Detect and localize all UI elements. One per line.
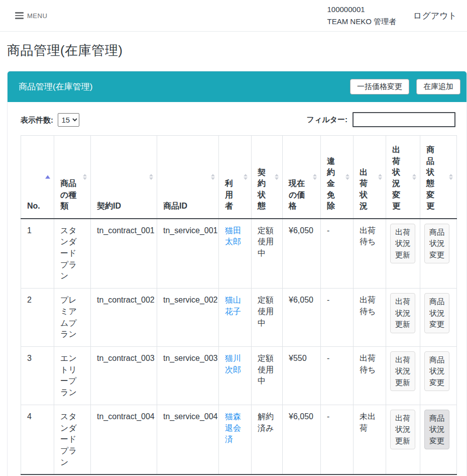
cell-product-id: tn_service_002 (157, 289, 219, 347)
cell-price: ¥6,050 (283, 405, 321, 474)
page-size-select[interactable]: 15 (58, 113, 79, 127)
add-stock-button[interactable]: 在庫追加 (416, 79, 460, 94)
cell-contract-id: tn_contract_001 (91, 219, 157, 289)
column-header-product-id[interactable]: 商品ID (157, 136, 219, 219)
navbar-right: 100000001 TEAM NEKO 管理者 ログアウト (327, 4, 462, 28)
sort-icon (345, 174, 349, 180)
product-status-change-button[interactable]: 商品状況変更 (424, 410, 449, 450)
sort-ascending-icon (45, 175, 50, 178)
cell-price: ¥550 (283, 346, 321, 405)
cell-penalty-waiver: - (321, 289, 354, 347)
cell-product-id: tn_service_001 (157, 219, 219, 289)
cell-user: 猫山花子 (219, 289, 252, 347)
cell-contract-status: 定額使用中 (252, 289, 283, 347)
table-header-row: No. 商品の種類 契約ID 商品ID (21, 136, 457, 219)
cell-no: 2 (21, 289, 54, 347)
filter-input[interactable] (353, 112, 455, 127)
top-navbar: MENU 100000001 TEAM NEKO 管理者 ログアウト (0, 0, 467, 32)
column-header-shipping-status[interactable]: 出荷状況 (354, 136, 386, 219)
user-id: 100000001 (327, 4, 396, 16)
sort-icon (83, 174, 87, 180)
panel-body: 表示件数: 15 フィルター: No. (8, 102, 466, 476)
hamburger-icon (15, 12, 24, 19)
cell-contract-id: tn_contract_004 (91, 405, 157, 474)
cell-shipping-action: 出荷状況更新 (386, 219, 420, 289)
cell-contract-status: 定額使用中 (252, 219, 283, 289)
product-status-change-button[interactable]: 商品状況変更 (424, 351, 449, 392)
shipping-status-update-button[interactable]: 出荷状況更新 (390, 293, 415, 333)
page-title: 商品管理(在庫管理) (7, 42, 467, 59)
cell-user: 猫森退会済 (219, 405, 252, 474)
sort-icon (412, 174, 416, 180)
cell-shipping-action: 出荷状況更新 (386, 289, 420, 347)
column-header-product-type[interactable]: 商品の種類 (54, 136, 91, 219)
cell-contract-status: 解約済み (252, 405, 283, 474)
cell-price: ¥6,050 (283, 219, 321, 289)
cell-shipping-action: 出荷状況更新 (386, 346, 420, 405)
cell-product-action: 商品状況変更 (420, 405, 457, 474)
column-header-contract-id[interactable]: 契約ID (91, 136, 157, 219)
panel-title: 商品管理(在庫管理) (19, 81, 92, 92)
sort-icon (313, 174, 317, 180)
cell-product-action: 商品状況変更 (420, 346, 457, 405)
bulk-price-change-button[interactable]: 一括価格変更 (350, 79, 409, 94)
cell-contract-id: tn_contract_003 (91, 346, 157, 405)
sort-icon (378, 174, 382, 180)
cell-product-action: 商品状況変更 (420, 219, 457, 289)
cell-no: 3 (21, 346, 54, 405)
shipping-status-update-button[interactable]: 出荷状況更新 (390, 410, 415, 450)
cell-shipping-status: 出荷待ち (354, 219, 386, 289)
menu-toggle-button[interactable]: MENU (15, 12, 47, 20)
cell-contract-id: tn_contract_002 (91, 289, 157, 347)
cell-plan: エントリープラン (54, 346, 91, 405)
sort-icon (449, 174, 453, 180)
cell-product-id: tn_service_003 (157, 346, 219, 405)
filter-label: フィルター: (307, 115, 347, 125)
product-table: No. 商品の種類 契約ID 商品ID (21, 135, 457, 475)
cell-price: ¥6,050 (283, 289, 321, 347)
product-status-change-button[interactable]: 商品状況変更 (424, 224, 449, 264)
user-info: 100000001 TEAM NEKO 管理者 (327, 4, 396, 28)
table-row: 4 スタンダードプラン tn_contract_004 tn_service_0… (21, 405, 457, 474)
column-header-no[interactable]: No. (21, 136, 54, 219)
shipping-status-update-button[interactable]: 出荷状況更新 (390, 224, 415, 264)
product-management-panel: 商品管理(在庫管理) 一括価格変更 在庫追加 表示件数: 15 フィルター: (7, 71, 467, 476)
cell-user: 猫川次郎 (219, 346, 252, 405)
product-status-change-button[interactable]: 商品状況変更 (424, 293, 449, 333)
cell-product-id: tn_service_004 (157, 405, 219, 474)
cell-no: 4 (21, 405, 54, 474)
panel-header: 商品管理(在庫管理) 一括価格変更 在庫追加 (8, 71, 466, 102)
table-row: 1 スタンダードプラン tn_contract_001 tn_service_0… (21, 219, 457, 289)
column-header-contract-status[interactable]: 契約状態 (252, 136, 283, 219)
column-header-penalty-waiver[interactable]: 違約金免除 (321, 136, 354, 219)
cell-penalty-waiver: - (321, 219, 354, 289)
page-size-label: 表示件数: (21, 116, 53, 124)
user-link[interactable]: 猫山花子 (225, 296, 241, 316)
column-header-product-state-change[interactable]: 商品状態変更 (420, 136, 457, 219)
sort-icon (275, 174, 279, 180)
logout-button[interactable]: ログアウト (408, 7, 462, 25)
cell-penalty-waiver: - (321, 346, 354, 405)
page-size-control: 表示件数: 15 (21, 113, 79, 127)
sort-icon (211, 174, 215, 180)
cell-penalty-waiver: - (321, 405, 354, 474)
cell-shipping-action: 出荷状況更新 (386, 405, 420, 474)
cell-plan: スタンダードプラン (54, 219, 91, 289)
column-header-shipping-change[interactable]: 出荷状況変更 (386, 136, 420, 219)
cell-contract-status: 定額使用中 (252, 346, 283, 405)
user-link[interactable]: 猫川次郎 (225, 354, 241, 374)
menu-label: MENU (27, 12, 47, 20)
shipping-status-update-button[interactable]: 出荷状況更新 (390, 351, 415, 392)
filter-control: フィルター: (307, 112, 455, 127)
sort-icon (244, 174, 248, 180)
cell-plan: プレミアムプラン (54, 289, 91, 347)
sort-icon (149, 174, 153, 180)
column-header-user[interactable]: 利用者 (219, 136, 252, 219)
cell-no: 1 (21, 219, 54, 289)
cell-product-action: 商品状況変更 (420, 289, 457, 347)
column-header-current-price[interactable]: 現在の価格 (283, 136, 321, 219)
user-link[interactable]: 猫森退会済 (225, 412, 241, 443)
cell-shipping-status: 出荷待ち (354, 346, 386, 405)
cell-plan: スタンダードプラン (54, 405, 91, 474)
user-link[interactable]: 猫田太郎 (225, 226, 241, 246)
